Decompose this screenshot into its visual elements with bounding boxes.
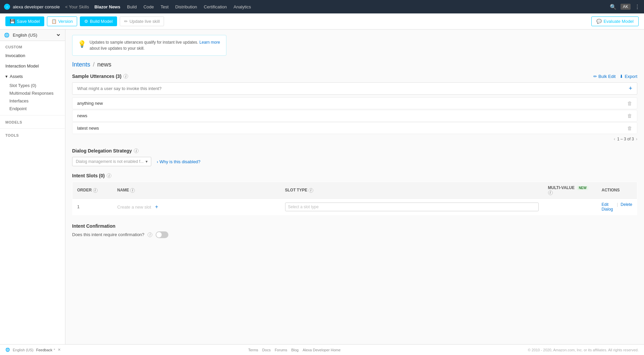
slot-order-cell: 1 [72, 198, 113, 215]
dialog-delegation-title: Dialog Delegation Strategy i [72, 148, 637, 153]
nav-code[interactable]: Code [144, 4, 154, 9]
sidebar-group-assets[interactable]: ▾ Assets [0, 71, 65, 82]
intents-breadcrumb-link[interactable]: Intents [72, 61, 90, 68]
col-order: ORDER i [72, 182, 113, 199]
toggle-slider [156, 231, 168, 238]
blog-link[interactable]: Blog [291, 348, 299, 352]
slot-type-cell: Select a slot type [280, 198, 543, 215]
order-info-icon[interactable]: i [93, 188, 98, 193]
col-name: NAME i [113, 182, 280, 199]
slots-info-icon[interactable]: i [107, 173, 111, 178]
delete-utterance-3-button[interactable]: 🗑 [627, 125, 632, 131]
logo-area: ○ alexa developer console [4, 4, 60, 10]
delete-utterance-2-button[interactable]: 🗑 [627, 113, 632, 119]
confirmation-info-icon[interactable]: i [148, 232, 152, 237]
sidebar-item-invocation[interactable]: Invocation [0, 50, 65, 61]
name-info-icon[interactable]: i [130, 188, 135, 193]
nav-build[interactable]: Build [127, 4, 137, 9]
main-content: 💡 Updates to sample utterances qualify f… [65, 30, 644, 344]
confirmation-row: Does this intent require confirmation? i [72, 231, 637, 238]
tools-section-label: TOOLS [0, 128, 65, 139]
delete-slot-link[interactable]: Delete [621, 202, 632, 212]
slot-row-1: 1 Create a new slot + Select a slot type [72, 198, 637, 215]
slot-multi-value-cell [543, 198, 597, 215]
add-utterance-button[interactable]: + [627, 84, 634, 93]
main-nav-links: Build Code Test Distribution Certificati… [127, 4, 251, 9]
back-to-skills[interactable]: < Your Skills [65, 4, 89, 9]
update-live-skill-button[interactable]: ✏ Update live skill [120, 16, 164, 26]
topnav-right: 🔍 AK ⋮ [610, 4, 640, 10]
invocation-label: Invocation [5, 53, 25, 58]
why-disabled-link[interactable]: › Why is this disabled? [157, 159, 200, 164]
globe-icon-footer: 🌐 [5, 348, 10, 352]
dialog-delegation-select[interactable]: Dialog management is not enabled f... ▾ [72, 157, 151, 166]
feedback-close-button[interactable]: ✕ [58, 348, 61, 352]
forums-link[interactable]: Forums [275, 348, 287, 352]
new-badge: NEW [577, 186, 588, 190]
dialog-info-icon[interactable]: i [134, 148, 139, 153]
sidebar-item-interaction-model[interactable]: Interaction Model [0, 61, 65, 71]
user-avatar[interactable]: AK [621, 4, 631, 10]
language-selector[interactable]: 🌐 English (US) English (UK) German [0, 30, 65, 41]
add-slot-button[interactable]: + [155, 204, 158, 210]
version-icon: 📋 [51, 19, 57, 24]
more-icon[interactable]: ⋮ [635, 4, 640, 10]
top-navigation: ○ alexa developer console < Your Skills … [0, 0, 644, 13]
learn-more-link[interactable]: Learn more [200, 40, 220, 45]
chevron-down-icon: ▾ [146, 159, 148, 164]
evaluate-model-button[interactable]: 💬 Evaluate Model [591, 16, 639, 26]
footer-left: 🌐 English (US) Feedback * ✕ [5, 348, 61, 352]
dialog-delegation-section: Dialog Delegation Strategy i Dialog mana… [72, 148, 637, 166]
confirmation-toggle[interactable] [156, 231, 168, 238]
edit-dialog-link[interactable]: Edit Dialog [602, 202, 614, 212]
intent-slots-section: Intent Slots (0) i ORDER i NAME i [72, 173, 637, 215]
save-model-button[interactable]: 💾 Save Model [5, 16, 44, 26]
utterances-info-icon[interactable]: i [123, 74, 128, 79]
assets-label: Assets [10, 74, 23, 79]
nav-certification[interactable]: Certification [204, 4, 227, 9]
utterance-item-1: anything new 🗑 [72, 97, 637, 109]
update-icon: ✏ [124, 19, 128, 24]
copyright-text: © 2010 - 2020, Amazon.com, Inc. or its a… [528, 348, 639, 352]
sidebar-item-slot-types[interactable]: Slot Types (0) [0, 82, 65, 89]
utterance-input[interactable] [77, 83, 627, 94]
utterance-item-3: latest news 🗑 [72, 122, 637, 134]
docs-link[interactable]: Docs [262, 348, 271, 352]
language-select[interactable]: English (US) English (UK) German [11, 32, 61, 38]
slot-type-select[interactable]: Select a slot type [285, 203, 539, 211]
export-link[interactable]: ⬇ Export [620, 74, 637, 79]
nav-analytics[interactable]: Analytics [233, 4, 251, 9]
sidebar-item-interfaces[interactable]: Interfaces [0, 97, 65, 105]
alexa-home-link[interactable]: Alexa Developer Home [303, 348, 340, 352]
alexa-logo-icon: ○ [4, 4, 10, 10]
multi-value-info-icon[interactable]: i [548, 190, 553, 195]
bulk-edit-link[interactable]: ✏ Bulk Edit [593, 74, 615, 79]
terms-link[interactable]: Terms [248, 348, 258, 352]
delete-utterance-1-button[interactable]: 🗑 [627, 100, 632, 106]
toolbar-right-area: 💬 Evaluate Model [591, 16, 639, 26]
search-icon[interactable]: 🔍 [610, 4, 616, 10]
sidebar-item-multimodal[interactable]: Multimodal Responses [0, 89, 65, 97]
sidebar-item-endpoint[interactable]: Endpoint [0, 105, 65, 113]
version-button[interactable]: 📋 Version [47, 16, 77, 26]
models-section-label: MODELS [0, 115, 65, 126]
footer-links: Terms Docs Forums Blog Alexa Developer H… [248, 348, 340, 352]
build-icon: ⚙ [84, 19, 88, 24]
breadcrumb: Intents / news [72, 61, 637, 68]
intent-confirmation-title: Intent Confirmation [72, 223, 637, 229]
utterances-pagination: ‹ 1 – 3 of 3 › [72, 137, 637, 141]
col-multi-value: MULTI-VALUE NEW i [543, 182, 597, 199]
utterance-input-row[interactable]: + [72, 82, 637, 95]
intent-confirmation-section: Intent Confirmation Does this intent req… [72, 223, 637, 238]
sidebar: 🌐 English (US) English (UK) German CUSTO… [0, 30, 65, 344]
nav-test[interactable]: Test [161, 4, 169, 9]
slot-type-info-icon[interactable]: i [309, 188, 313, 193]
nav-distribution[interactable]: Distribution [175, 4, 197, 9]
custom-section-label: CUSTOM [0, 41, 65, 50]
pagination-prev[interactable]: ‹ [614, 137, 615, 141]
globe-icon: 🌐 [4, 33, 9, 38]
chat-icon: 💬 [596, 19, 602, 24]
build-model-button[interactable]: ⚙ Build Model [80, 16, 117, 26]
pagination-next[interactable]: › [636, 137, 637, 141]
utterances-section-header: Sample Utterances (3) i ✏ Bulk Edit ⬇ Ex… [72, 74, 637, 79]
